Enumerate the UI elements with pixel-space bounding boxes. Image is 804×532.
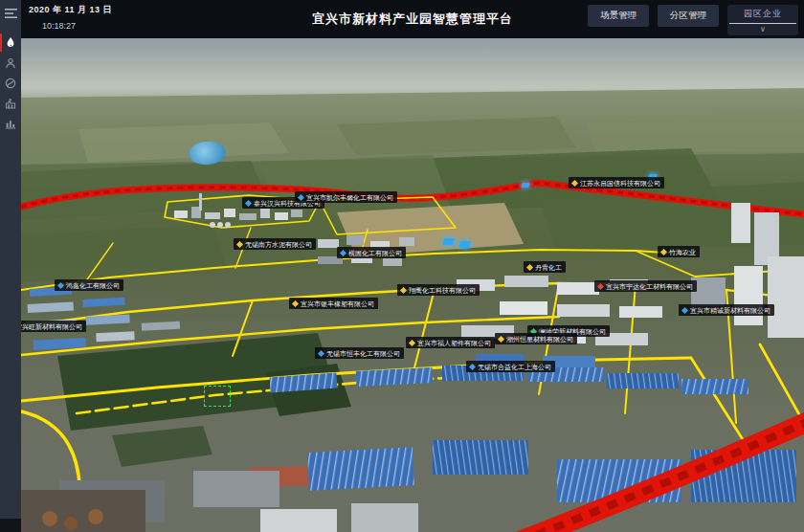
map-label-layer: 鸿鑫化工有限公司宜兴旺新材料有限公司泰兴汉兴科技有限公司宜兴市凯尔丰馨化工有限公…	[21, 38, 804, 532]
company-label-text: 宜兴市精诚新材料有限公司	[690, 307, 770, 314]
company-marker-icon	[526, 263, 533, 270]
datetime-block: 2020 年 11 月 13 日 10:18:27	[29, 4, 112, 31]
company-marker-icon	[236, 240, 243, 247]
flame-icon[interactable]	[0, 33, 21, 53]
company-label[interactable]: 翔鹰化工科技有限公司	[397, 284, 480, 296]
company-label-text: 丹青化工	[535, 264, 562, 271]
company-marker-icon	[498, 335, 504, 342]
vehicle-marker[interactable]	[442, 238, 454, 245]
company-label[interactable]: 横固化工有限公司	[337, 247, 406, 258]
company-label-text: 无锡市恒丰化工有限公司	[326, 350, 400, 357]
chevron-down-icon: ∨	[727, 24, 798, 33]
company-marker-icon	[292, 299, 299, 306]
company-marker-icon	[409, 339, 415, 345]
menu-icon[interactable]	[0, 4, 21, 24]
app-window: 2020 年 11 月 13 日 10:18:27 宜兴市新材料产业园智慧管理平…	[0, 0, 804, 532]
company-label[interactable]: 宜兴市银丰橡塑有限公司	[289, 298, 378, 309]
company-label-text: 潮州恒星材料有限公司	[506, 336, 573, 343]
company-marker-icon	[57, 281, 64, 288]
sidebar	[0, 0, 21, 532]
company-label-text: 宜兴市凯尔丰馨化工有限公司	[306, 194, 393, 201]
company-label-text: 无锡南方水泥有限公司	[245, 241, 312, 248]
company-marker-icon	[400, 286, 407, 293]
sidebar-footer	[0, 519, 21, 532]
vehicle-marker[interactable]	[458, 241, 470, 248]
company-label-text: 翔鹰化工科技有限公司	[409, 287, 476, 294]
company-label[interactable]: 宜兴市宇达化工材料有限公司	[594, 280, 697, 292]
company-label[interactable]: 江苏永昌国信科技有限公司	[569, 177, 664, 188]
enterprise-dropdown[interactable]: 园区企业 ∨	[727, 5, 798, 35]
company-label-text: 无锡市合益化工上海公司	[478, 364, 551, 370]
company-marker-icon	[571, 179, 578, 186]
company-marker-icon	[318, 349, 324, 356]
company-label[interactable]: 宜兴市福人塑件有限公司	[406, 337, 495, 348]
company-label[interactable]: 无锡南方水泥有限公司	[234, 238, 316, 250]
company-label[interactable]: 宜兴旺新材料有限公司	[21, 321, 86, 332]
company-label-text: 宜兴市银丰橡塑有限公司	[301, 300, 374, 307]
company-marker-icon	[660, 248, 667, 255]
company-label-text: 鸿鑫化工有限公司	[66, 282, 120, 289]
globe-icon[interactable]	[0, 73, 21, 93]
company-label[interactable]: 丹青化工	[524, 261, 566, 273]
company-marker-icon	[469, 363, 476, 369]
company-label[interactable]: 潮州恒星材料有限公司	[495, 333, 577, 344]
enterprise-dropdown-label: 园区企业	[727, 8, 798, 23]
company-label[interactable]: 宜兴市精诚新材料有限公司	[679, 304, 774, 316]
current-date: 2020 年 11 月 13 日	[29, 4, 112, 16]
company-marker-icon	[298, 193, 304, 200]
company-label[interactable]: 宜兴市凯尔丰馨化工有限公司	[295, 191, 397, 203]
map-3d-viewport[interactable]: 鸿鑫化工有限公司宜兴旺新材料有限公司泰兴汉兴科技有限公司宜兴市凯尔丰馨化工有限公…	[21, 38, 804, 532]
company-label-text: 江苏永昌国信科技有限公司	[580, 180, 660, 187]
company-label[interactable]: 鸿鑫化工有限公司	[55, 279, 123, 291]
person-icon[interactable]	[0, 53, 21, 73]
header-button-0[interactable]: 分区管理	[658, 5, 719, 27]
company-label[interactable]: 无锡市合益化工上海公司	[466, 361, 555, 372]
company-marker-icon	[597, 282, 604, 289]
page-title: 宜兴市新材料产业园智慧管理平台	[312, 11, 513, 28]
factory-icon[interactable]	[0, 93, 21, 113]
header-bar: 2020 年 11 月 13 日 10:18:27 宜兴市新材料产业园智慧管理平…	[21, 0, 804, 38]
company-marker-icon	[245, 199, 252, 206]
bar-chart-icon[interactable]	[0, 113, 21, 133]
company-marker-icon	[681, 306, 688, 313]
company-marker-icon	[340, 249, 346, 255]
company-label[interactable]: 无锡市恒丰化工有限公司	[315, 347, 404, 359]
company-label-text: 宜兴市福人塑件有限公司	[417, 340, 491, 346]
header-button-1[interactable]: 场景管理	[588, 5, 649, 27]
vehicle-marker[interactable]	[521, 183, 529, 188]
company-label-text: 宜兴市宇达化工材料有限公司	[606, 283, 693, 290]
current-time: 10:18:27	[42, 21, 112, 31]
company-label[interactable]: 竹海农业	[658, 246, 700, 257]
company-label-text: 宜兴旺新材料有限公司	[21, 323, 82, 330]
company-label-text: 横固化工有限公司	[348, 250, 402, 256]
header-actions: 场景管理分区管理 园区企业 ∨	[588, 5, 798, 35]
selection-box	[204, 386, 231, 407]
company-label-text: 竹海农业	[669, 249, 696, 255]
